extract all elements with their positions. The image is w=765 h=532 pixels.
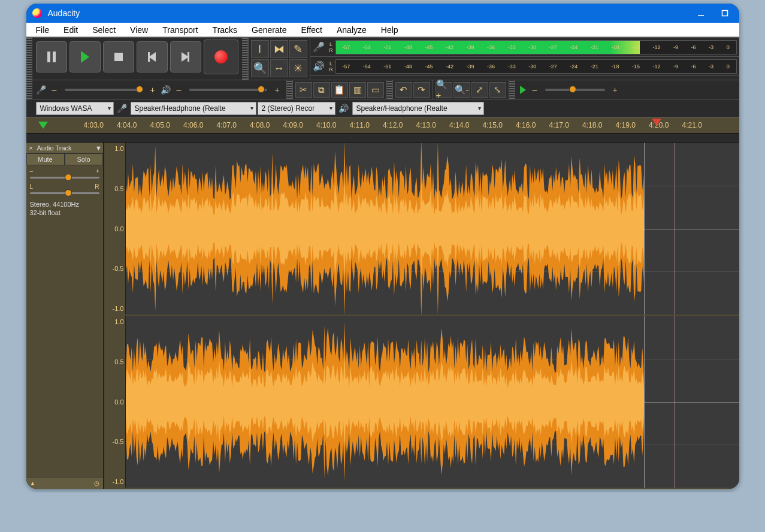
track-collapse-button[interactable]: ▲ — [30, 480, 36, 486]
slider-minus-label: – — [174, 85, 185, 95]
speaker-icon: 🔊 — [310, 61, 327, 72]
menu-select[interactable]: Select — [86, 24, 122, 36]
copy-button[interactable]: ⧉ — [313, 82, 330, 98]
solo-button[interactable]: Solo — [65, 153, 103, 165]
track-bitdepth-label: 32-bit float — [30, 208, 99, 217]
track-gap — [26, 134, 739, 142]
menu-help[interactable]: Help — [375, 24, 404, 36]
maximize-button[interactable] — [721, 10, 728, 17]
toolbar-grip[interactable] — [387, 80, 393, 99]
record-button[interactable] — [204, 40, 238, 74]
menu-effect[interactable]: Effect — [295, 24, 328, 36]
toolbar-grip[interactable] — [509, 80, 515, 99]
waveform-viewport: 1.00.50.0-0.5-1.0 1.00.50.0-0.5-1.0 — [104, 143, 739, 489]
play-at-speed-button[interactable] — [520, 86, 526, 94]
slider-plus-label: + — [610, 85, 621, 95]
toolbar-grip[interactable] — [242, 38, 248, 80]
envelope-tool[interactable]: ⧓ — [270, 40, 288, 58]
fit-selection-button[interactable]: ⤢ — [471, 82, 488, 98]
zoom-out-button[interactable]: 🔍- — [453, 82, 470, 98]
speaker-icon: 🔊 — [161, 85, 171, 95]
menu-view[interactable]: View — [124, 24, 154, 36]
fit-project-button[interactable]: ⤡ — [489, 82, 506, 98]
playhead-start-icon[interactable] — [38, 122, 48, 129]
timeshift-tool[interactable]: ↔ — [270, 59, 288, 77]
amplitude-scale: 1.00.50.0-0.5-1.0 — [104, 316, 126, 488]
skip-start-button[interactable] — [137, 41, 168, 72]
menu-transport[interactable]: Transport — [156, 24, 204, 36]
app-logo-icon — [32, 8, 42, 18]
slider-minus-label: – — [530, 85, 540, 95]
skip-end-icon — [182, 52, 189, 62]
multi-tool[interactable]: ✳ — [289, 59, 307, 77]
pan-r-label: R — [95, 183, 99, 190]
meters-panel: 🎤 LR -57-54-51-48-45-42-39-36-33-30-27-2… — [310, 38, 739, 80]
undo-button[interactable]: ↶ — [395, 82, 412, 98]
record-icon — [214, 50, 228, 64]
app-window: Audacity File Edit Select View Transport… — [26, 4, 739, 489]
track-close-button[interactable]: × — [26, 144, 36, 152]
paste-button[interactable]: 📋 — [331, 82, 348, 98]
menu-edit[interactable]: Edit — [58, 24, 84, 36]
track-pan-slider[interactable] — [30, 192, 99, 194]
track-control-panel: × Audio Track ▼ Mute Solo –+ LR Stereo, … — [26, 143, 104, 489]
redo-button[interactable]: ↷ — [413, 82, 430, 98]
meter-lr-label: LR — [327, 61, 335, 72]
trim-button[interactable]: ▥ — [349, 82, 366, 98]
pause-button[interactable] — [36, 41, 67, 72]
minimize-button[interactable] — [697, 10, 704, 17]
skip-end-button[interactable] — [170, 41, 201, 72]
track-clock-icon[interactable]: ◷ — [94, 480, 99, 486]
stop-button[interactable] — [103, 41, 134, 72]
recording-volume-slider[interactable] — [65, 89, 143, 91]
recording-device-select[interactable]: Speaker/Headphone (Realte — [131, 102, 256, 115]
track-name[interactable]: Audio Track — [36, 144, 95, 152]
toolbar-grip[interactable] — [26, 80, 32, 99]
silence-button[interactable]: ▭ — [367, 82, 384, 98]
waveform-channel-left[interactable] — [126, 143, 739, 315]
toolbar-grip[interactable] — [26, 38, 32, 80]
microphone-icon: 🎤 — [36, 85, 47, 95]
app-title: Audacity — [48, 8, 697, 18]
track-menu-button[interactable]: ▼ — [95, 144, 103, 152]
waveform-channel-right[interactable] — [126, 316, 739, 488]
track-format-label: Stereo, 44100Hz — [30, 200, 99, 208]
menu-tracks[interactable]: Tracks — [207, 24, 243, 36]
slider-minus-label: – — [49, 85, 60, 95]
slider-plus-label: + — [272, 85, 283, 95]
timeline-ruler[interactable]: 4:03.04:04.04:05.04:06.04:07.04:08.04:09… — [26, 117, 739, 134]
microphone-icon: 🎤 — [115, 104, 129, 113]
playback-volume-slider[interactable] — [189, 89, 267, 91]
draw-tool[interactable]: ✎ — [289, 40, 307, 58]
playhead-current-icon[interactable] — [652, 119, 661, 126]
toolbar-grip[interactable] — [287, 80, 293, 99]
meter-lr-label: LR — [327, 41, 335, 53]
recording-channels-select[interactable]: 2 (Stereo) Recor — [258, 102, 335, 115]
zoom-in-button[interactable]: 🔍+ — [436, 82, 452, 98]
playback-meter[interactable]: 🔊 LR -57-54-51-48-45-42-39-36-33-30-27-2… — [310, 57, 739, 76]
title-bar: Audacity — [26, 4, 739, 23]
amplitude-scale: 1.00.50.0-0.5-1.0 — [104, 143, 126, 315]
zoom-tool[interactable]: 🔍 — [251, 59, 269, 77]
tracks-area: × Audio Track ▼ Mute Solo –+ LR Stereo, … — [26, 142, 739, 489]
transport-toolbar — [32, 38, 242, 80]
pause-icon — [47, 52, 56, 62]
playback-speed-slider[interactable] — [545, 89, 605, 91]
cut-button[interactable]: ✂ — [295, 82, 312, 98]
selection-tool[interactable]: I — [251, 40, 269, 58]
slider-plus-label: + — [147, 85, 158, 95]
mute-button[interactable]: Mute — [26, 153, 65, 165]
track-gain-slider[interactable] — [30, 177, 99, 179]
speaker-icon: 🔊 — [337, 104, 351, 113]
pan-l-label: L — [30, 183, 34, 190]
playback-device-select[interactable]: Speaker/Headphone (Realte — [352, 102, 484, 115]
gain-plus-label: + — [96, 168, 99, 174]
audio-host-select[interactable]: Windows WASA — [36, 102, 114, 115]
menu-generate[interactable]: Generate — [246, 24, 292, 36]
menu-file[interactable]: File — [30, 24, 56, 36]
recording-meter[interactable]: 🎤 LR -57-54-51-48-45-42-39-36-33-30-27-2… — [310, 38, 739, 57]
device-toolbar: Windows WASA 🎤 Speaker/Headphone (Realte… — [26, 99, 739, 117]
skip-start-icon — [148, 52, 156, 62]
menu-analyze[interactable]: Analyze — [331, 24, 373, 36]
play-button[interactable] — [69, 41, 101, 72]
